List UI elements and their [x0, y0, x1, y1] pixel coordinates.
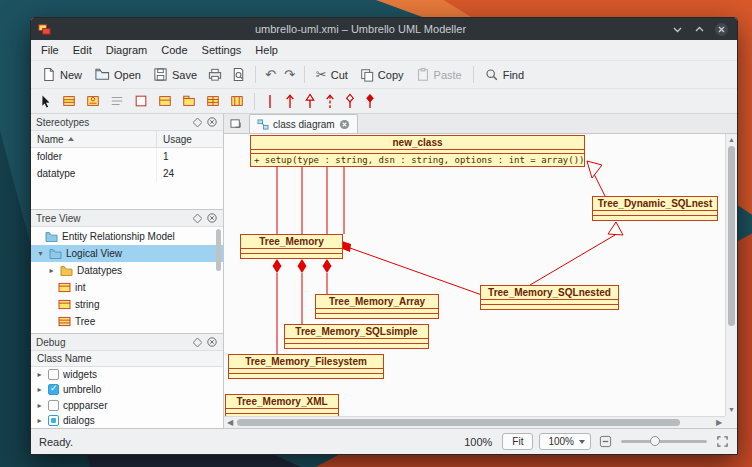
- tree-scrollbar-thumb[interactable]: [216, 229, 221, 271]
- dependency-tool-icon: [324, 93, 336, 110]
- debug-column-header[interactable]: Class Name: [31, 351, 223, 367]
- table-row[interactable]: datatype 24: [31, 165, 223, 182]
- close-button[interactable]: [713, 21, 730, 38]
- zoom-fullscreen-icon[interactable]: [716, 435, 729, 448]
- close-panel-icon[interactable]: [206, 336, 218, 348]
- class-tool-button[interactable]: [57, 91, 81, 111]
- scroll-right-icon[interactable]: ▶: [713, 417, 725, 428]
- tree-scrollbar[interactable]: [215, 229, 222, 331]
- expander-right-icon[interactable]: ▸: [35, 385, 44, 394]
- new-tab-icon[interactable]: [226, 115, 246, 133]
- menu-code[interactable]: Code: [154, 41, 194, 59]
- zoom-select[interactable]: 100%: [539, 433, 591, 450]
- expander-down-icon[interactable]: ▾: [36, 249, 45, 258]
- uml-class-tree-memory-array[interactable]: Tree_Memory_Array: [315, 294, 439, 319]
- zoom-out-icon[interactable]: [599, 435, 612, 448]
- tree-item-tree[interactable]: Tree: [31, 313, 223, 330]
- tree-item-entity-relationship-model[interactable]: Entity Relationship Model: [31, 228, 223, 245]
- tree-item-logical-view[interactable]: ▾ Logical View: [31, 245, 223, 262]
- package-tool-button[interactable]: [177, 91, 201, 111]
- close-panel-icon[interactable]: [206, 116, 218, 128]
- scroll-up-icon[interactable]: ▲: [726, 135, 737, 145]
- uml-class-tree-dynamic-sqlnest[interactable]: Tree_Dynamic_SQLnest: [592, 196, 718, 221]
- fit-button[interactable]: Fit: [502, 433, 533, 450]
- save-button[interactable]: Save: [147, 64, 203, 85]
- cppparser-checkbox[interactable]: [48, 400, 59, 411]
- horizontal-scrollbar[interactable]: ◀ ▶: [224, 416, 725, 428]
- copy-button[interactable]: Copy: [354, 65, 410, 85]
- debug-item-cppparser[interactable]: ▸ cppparser: [31, 398, 223, 413]
- stereotypes-table-header[interactable]: Name Usage: [31, 131, 223, 148]
- uml-class-tree-memory-sqlsimple[interactable]: Tree_Memory_SQLsimple: [284, 324, 429, 349]
- note-tool-button[interactable]: [129, 91, 153, 111]
- debug-item-widgets[interactable]: ▸ widgets: [31, 367, 223, 382]
- debug-item-label: umbrello: [63, 384, 101, 395]
- maximize-button[interactable]: [691, 21, 708, 38]
- widgets-checkbox[interactable]: [48, 369, 59, 380]
- close-panel-icon[interactable]: [206, 212, 218, 224]
- cut-button[interactable]: ✂ Cut: [310, 65, 354, 84]
- dependency-tool-button[interactable]: [320, 90, 340, 113]
- float-panel-icon[interactable]: [191, 336, 203, 348]
- redo-button[interactable]: ↷: [280, 65, 299, 84]
- new-button[interactable]: New: [35, 64, 88, 85]
- entity-tool-button[interactable]: [201, 91, 225, 111]
- horizontal-scrollbar-thumb[interactable]: [237, 419, 680, 426]
- menu-diagram[interactable]: Diagram: [99, 41, 155, 59]
- menu-settings[interactable]: Settings: [195, 41, 249, 59]
- toolbar-separator: [304, 66, 305, 83]
- titlebar[interactable]: umbrello-uml.xmi – Umbrello UML Modeller: [31, 18, 737, 40]
- column-name[interactable]: Name: [31, 131, 157, 147]
- minimize-button[interactable]: [669, 21, 686, 38]
- uml-class-tree-memory[interactable]: Tree_Memory: [240, 234, 343, 259]
- uml-class-tree-memory-sqlnested[interactable]: Tree_Memory_SQLnested: [480, 285, 619, 310]
- debug-item-umbrello[interactable]: ▸ umbrello: [31, 382, 223, 397]
- expander-right-icon[interactable]: ▸: [35, 401, 44, 410]
- tree-item-int[interactable]: int: [31, 279, 223, 296]
- directed-association-tool-button[interactable]: [280, 90, 300, 113]
- dialogs-checkbox[interactable]: [48, 415, 59, 426]
- debug-item-dialogs[interactable]: ▸ dialogs: [31, 413, 223, 428]
- generalization-tool-button[interactable]: [300, 90, 320, 113]
- enum-tool-button[interactable]: [153, 91, 177, 111]
- menu-file[interactable]: File: [34, 41, 66, 59]
- uml-class-tree-memory-xml[interactable]: Tree_Memory_XML: [225, 394, 339, 416]
- uml-class-tree-memory-filesystem[interactable]: Tree_Memory_Filesystem: [228, 354, 384, 379]
- category-tool-button[interactable]: [225, 91, 249, 111]
- tree-item-string[interactable]: string: [31, 296, 223, 313]
- interface-tool-button[interactable]: [81, 91, 105, 111]
- scroll-left-icon[interactable]: ◀: [224, 417, 236, 428]
- expander-right-icon[interactable]: ▸: [35, 370, 44, 379]
- paste-button[interactable]: Paste: [410, 64, 468, 85]
- close-tab-icon[interactable]: [339, 119, 350, 130]
- scroll-down-icon[interactable]: ▼: [726, 405, 737, 415]
- expander-right-icon[interactable]: ▸: [47, 266, 56, 275]
- float-panel-icon[interactable]: [191, 116, 203, 128]
- aggregation-tool-button[interactable]: [340, 90, 360, 113]
- datatype-tool-button[interactable]: [105, 91, 129, 111]
- association-tool-button[interactable]: [260, 90, 280, 113]
- diagram-canvas[interactable]: new_class + setup(type : string, dsn : s…: [224, 134, 725, 416]
- table-row[interactable]: folder 1: [31, 148, 223, 165]
- umbrello-checkbox[interactable]: [48, 384, 59, 395]
- open-button[interactable]: Open: [88, 64, 147, 85]
- menu-help[interactable]: Help: [248, 41, 285, 59]
- column-usage[interactable]: Usage: [157, 134, 223, 145]
- find-button[interactable]: Find: [479, 65, 530, 85]
- vertical-scrollbar[interactable]: ▲ ▼: [725, 134, 737, 416]
- zoom-slider-handle[interactable]: [650, 436, 660, 446]
- selection-tool-button[interactable]: [35, 91, 57, 112]
- print-button[interactable]: [203, 64, 227, 85]
- vertical-scrollbar-thumb[interactable]: [728, 146, 735, 326]
- undo-button[interactable]: ↶: [261, 65, 280, 84]
- tree-view-panel-title: Tree View: [36, 213, 188, 224]
- expander-right-icon[interactable]: ▸: [35, 416, 44, 425]
- tab-class-diagram[interactable]: class diagram: [249, 114, 358, 133]
- float-panel-icon[interactable]: [191, 212, 203, 224]
- print-preview-button[interactable]: [227, 64, 250, 85]
- tree-item-datatypes[interactable]: ▸ Datatypes: [31, 262, 223, 279]
- menu-edit[interactable]: Edit: [66, 41, 99, 59]
- composition-tool-button[interactable]: [360, 90, 380, 113]
- zoom-slider[interactable]: [621, 440, 707, 443]
- uml-class-new-class[interactable]: new_class + setup(type : string, dsn : s…: [250, 135, 585, 167]
